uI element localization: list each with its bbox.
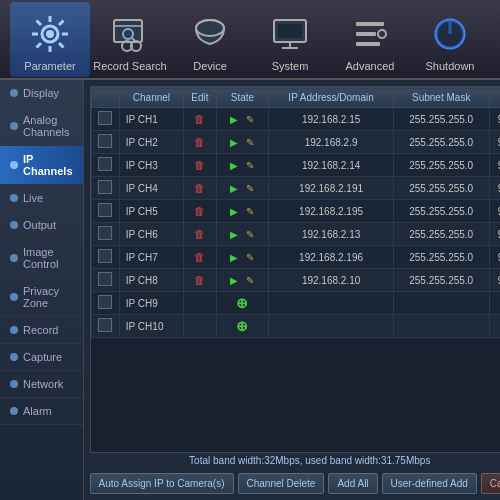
row-checkbox-cell — [91, 269, 119, 292]
sidebar-item-ip-channels[interactable]: IP Channels — [0, 146, 83, 185]
play-icon[interactable]: ▶ — [227, 204, 241, 218]
channel-name-cell: IP CH10 — [119, 315, 183, 338]
sidebar-item-display[interactable]: Display — [0, 80, 83, 107]
edit-icon[interactable]: ✎ — [243, 158, 257, 172]
cancel-button[interactable]: Cancel — [481, 473, 500, 494]
mask-cell: 255.255.255.0 — [393, 246, 489, 269]
channel-name-cell: IP CH8 — [119, 269, 183, 292]
edit-icon[interactable]: ✎ — [243, 204, 257, 218]
play-icon[interactable]: ▶ — [227, 250, 241, 264]
sidebar-item-privacy-zone[interactable]: Privacy Zone — [0, 278, 83, 317]
nav-record-search-label: Record Search — [93, 60, 166, 72]
nav-shutdown[interactable]: Shutdown — [410, 2, 490, 77]
port-cell: 9988 — [489, 246, 500, 269]
nav-record-search[interactable]: Record Search — [90, 2, 170, 77]
sidebar-dot — [10, 353, 18, 361]
edit-icon[interactable]: ✎ — [243, 181, 257, 195]
nav-parameter[interactable]: Parameter — [10, 2, 90, 77]
sidebar-dot — [10, 161, 18, 169]
port-cell — [489, 315, 500, 338]
main-layout: Display Analog Channels IP Channels Live… — [0, 80, 500, 500]
play-icon[interactable]: ▶ — [227, 112, 241, 126]
row-checkbox[interactable] — [98, 272, 112, 286]
sidebar-item-alarm[interactable]: Alarm — [0, 398, 83, 425]
delete-icon[interactable]: 🗑 — [193, 112, 207, 126]
sidebar-item-capture[interactable]: Capture — [0, 344, 83, 371]
sidebar-display-label: Display — [23, 87, 59, 99]
add-icon[interactable]: ⊕ — [235, 319, 249, 333]
nav-advanced[interactable]: Advanced — [330, 2, 410, 77]
row-checkbox[interactable] — [98, 318, 112, 332]
edit-icon[interactable]: ✎ — [243, 227, 257, 241]
sidebar-dot — [10, 407, 18, 415]
sidebar-item-output[interactable]: Output — [0, 212, 83, 239]
edit-cell — [184, 292, 217, 315]
sidebar-network-label: Network — [23, 378, 63, 390]
add-all-button[interactable]: Add All — [328, 473, 377, 494]
svg-rect-23 — [356, 32, 376, 36]
sidebar-item-analog-channels[interactable]: Analog Channels — [0, 107, 83, 146]
port-cell — [489, 292, 500, 315]
gear-icon — [28, 12, 72, 56]
delete-icon[interactable]: 🗑 — [193, 181, 207, 195]
ip-channels-table[interactable]: Channel Edit State IP Address/Domain Sub… — [90, 86, 500, 453]
edit-cell: 🗑 — [184, 223, 217, 246]
sidebar-item-image-control[interactable]: Image Control — [0, 239, 83, 278]
svg-line-7 — [59, 20, 64, 25]
delete-icon[interactable]: 🗑 — [193, 158, 207, 172]
port-cell: 9988 — [489, 131, 500, 154]
sidebar-dot — [10, 326, 18, 334]
status-bar: Total band width:32Mbps, used band width… — [90, 453, 500, 468]
row-checkbox[interactable] — [98, 226, 112, 240]
nav-advanced-label: Advanced — [346, 60, 395, 72]
nav-device[interactable]: Device — [170, 2, 250, 77]
user-defined-button[interactable]: User-defined Add — [382, 473, 477, 494]
add-icon[interactable]: ⊕ — [235, 296, 249, 310]
row-checkbox[interactable] — [98, 134, 112, 148]
row-checkbox[interactable] — [98, 295, 112, 309]
play-icon[interactable]: ▶ — [227, 273, 241, 287]
sidebar-dot — [10, 221, 18, 229]
sidebar-image-label: Image Control — [23, 246, 73, 270]
sidebar-item-record[interactable]: Record — [0, 317, 83, 344]
mask-cell: 255.255.255.0 — [393, 177, 489, 200]
device-icon — [188, 12, 232, 56]
mask-cell: 255.255.255.0 — [393, 131, 489, 154]
sidebar: Display Analog Channels IP Channels Live… — [0, 80, 84, 500]
auto-assign-button[interactable]: Auto Assign IP to Camera(s) — [90, 473, 234, 494]
delete-icon[interactable]: 🗑 — [193, 227, 207, 241]
table-row: IP CH8🗑▶✎192.168.2.10255.255.255.09988 — [91, 269, 500, 292]
delete-icon[interactable]: 🗑 — [193, 250, 207, 264]
play-icon[interactable]: ▶ — [227, 227, 241, 241]
row-checkbox[interactable] — [98, 157, 112, 171]
play-icon[interactable]: ▶ — [227, 135, 241, 149]
state-cell: ▶✎ — [216, 223, 269, 246]
channel-name-cell: IP CH4 — [119, 177, 183, 200]
sidebar-dot — [10, 122, 18, 130]
delete-icon[interactable]: 🗑 — [193, 204, 207, 218]
nav-shutdown-label: Shutdown — [426, 60, 475, 72]
sidebar-item-network[interactable]: Network — [0, 371, 83, 398]
channel-delete-button[interactable]: Channel Delete — [238, 473, 325, 494]
port-cell: 9988 — [489, 108, 500, 131]
nav-system[interactable]: System — [250, 2, 330, 77]
sidebar-item-live[interactable]: Live — [0, 185, 83, 212]
row-checkbox[interactable] — [98, 111, 112, 125]
row-checkbox[interactable] — [98, 249, 112, 263]
row-checkbox-cell — [91, 154, 119, 177]
edit-icon[interactable]: ✎ — [243, 135, 257, 149]
delete-icon[interactable]: 🗑 — [193, 273, 207, 287]
sidebar-output-label: Output — [23, 219, 56, 231]
play-icon[interactable]: ▶ — [227, 158, 241, 172]
channel-name-cell: IP CH3 — [119, 154, 183, 177]
play-icon[interactable]: ▶ — [227, 181, 241, 195]
edit-icon[interactable]: ✎ — [243, 112, 257, 126]
row-checkbox[interactable] — [98, 203, 112, 217]
row-checkbox[interactable] — [98, 180, 112, 194]
edit-icon[interactable]: ✎ — [243, 250, 257, 264]
edit-icon[interactable]: ✎ — [243, 273, 257, 287]
delete-icon[interactable]: 🗑 — [193, 135, 207, 149]
row-checkbox-cell — [91, 292, 119, 315]
channel-name-cell: IP CH9 — [119, 292, 183, 315]
table-row: IP CH1🗑▶✎192.168.2.15255.255.255.09988 — [91, 108, 500, 131]
